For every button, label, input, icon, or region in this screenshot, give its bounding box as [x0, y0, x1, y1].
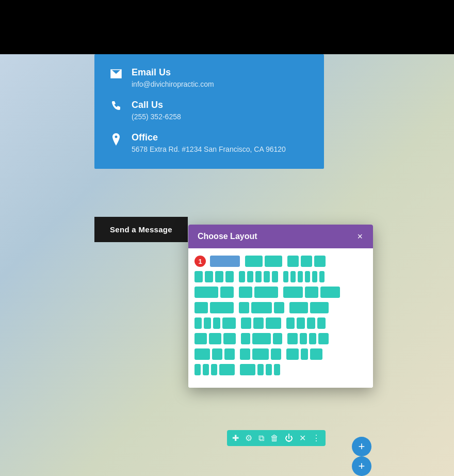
layout-group-r7-2[interactable] — [240, 348, 281, 360]
toolbar-add-icon[interactable]: ✚ — [232, 433, 239, 443]
layout-4col-d[interactable] — [225, 271, 234, 282]
toolbar-delete-icon[interactable]: 🗑 — [270, 434, 279, 443]
toolbar-more-icon[interactable]: ⋮ — [312, 433, 320, 443]
layout-group-unequal-3[interactable] — [283, 287, 340, 298]
layout-r4-1b[interactable] — [210, 302, 234, 313]
layout-group-1col[interactable]: 1 — [194, 256, 240, 267]
layout-4col-c[interactable] — [215, 271, 223, 282]
layout-r6-3b[interactable] — [300, 333, 307, 344]
layout-r7-1b[interactable] — [212, 348, 222, 360]
layout-r4-3a[interactable] — [289, 302, 308, 313]
layout-r5-2b[interactable] — [253, 318, 264, 329]
layout-r8-1a[interactable] — [194, 364, 201, 375]
layout-group-6col[interactable] — [283, 271, 325, 282]
layout-r5-2c[interactable] — [266, 318, 281, 329]
layout-6col-d[interactable] — [305, 271, 310, 282]
layout-6col-f[interactable] — [319, 271, 325, 282]
layout-5col-d[interactable] — [264, 271, 270, 282]
layout-r6-1a[interactable] — [194, 333, 207, 344]
layout-r4-2c[interactable] — [274, 302, 284, 313]
layout-group-r7-1[interactable] — [194, 348, 235, 360]
layout-r5-3d[interactable] — [317, 318, 326, 329]
toolbar-disable-icon[interactable]: ⏻ — [285, 434, 293, 443]
layout-6col-c[interactable] — [298, 271, 303, 282]
layout-r5-1d[interactable] — [222, 318, 236, 329]
layout-r6-3d[interactable] — [318, 333, 329, 344]
layout-group-r5-1[interactable] — [194, 318, 236, 329]
layout-4col-b[interactable] — [205, 271, 213, 282]
layout-r7-2c[interactable] — [271, 348, 281, 360]
layout-r8-1b[interactable] — [203, 364, 209, 375]
layout-group-3col[interactable] — [287, 256, 326, 267]
layout-r8-2d[interactable] — [274, 364, 280, 375]
layout-group-4col[interactable] — [194, 271, 234, 282]
layout-r5-3c[interactable] — [307, 318, 315, 329]
toolbar-duplicate-icon[interactable]: ⧉ — [258, 434, 264, 443]
layout-r7-1a[interactable] — [194, 348, 210, 360]
layout-group-r5-2[interactable] — [241, 318, 281, 329]
layout-2col-a[interactable] — [245, 256, 263, 267]
layout-group-1-2[interactable] — [194, 287, 234, 298]
layout-group-r5-3[interactable] — [286, 318, 326, 329]
layout-group-r4-1[interactable] — [194, 302, 234, 313]
layout-2-1-narrow[interactable] — [239, 287, 252, 298]
layout-3col-a[interactable] — [287, 256, 299, 267]
layout-group-r4-2[interactable] — [239, 302, 284, 313]
layout-r7-3a[interactable] — [286, 348, 299, 360]
layout-r5-1a[interactable] — [194, 318, 202, 329]
layout-r7-2a[interactable] — [240, 348, 250, 360]
layout-6col-a[interactable] — [283, 271, 288, 282]
add-section-button[interactable]: + — [352, 437, 371, 456]
layout-u3-b[interactable] — [305, 287, 318, 298]
layout-r6-2c[interactable] — [273, 333, 282, 344]
layout-group-r8-1[interactable] — [194, 364, 235, 375]
dialog-close-button[interactable]: × — [356, 232, 364, 241]
layout-r8-2b[interactable] — [257, 364, 264, 375]
layout-5col-e[interactable] — [272, 271, 278, 282]
layout-u3-a[interactable] — [283, 287, 303, 298]
layout-3col-c[interactable] — [314, 256, 326, 267]
layout-r5-3b[interactable] — [297, 318, 305, 329]
layout-6col-e[interactable] — [312, 271, 317, 282]
toolbar-remove-icon[interactable]: ✕ — [299, 433, 306, 443]
layout-r7-3b[interactable] — [301, 348, 308, 360]
layout-r6-2a[interactable] — [241, 333, 250, 344]
toolbar-settings-icon[interactable]: ⚙ — [245, 433, 252, 443]
layout-group-r6-2[interactable] — [241, 333, 282, 344]
layout-r7-1c[interactable] — [224, 348, 235, 360]
layout-r8-1c[interactable] — [211, 364, 217, 375]
layout-5col-b[interactable] — [247, 271, 253, 282]
layout-r4-2b[interactable] — [251, 302, 272, 313]
layout-group-r4-3[interactable] — [289, 302, 329, 313]
layout-r6-3a[interactable] — [287, 333, 298, 344]
layout-3col-b[interactable] — [301, 256, 312, 267]
layout-r7-3c[interactable] — [310, 348, 322, 360]
layout-r5-1c[interactable] — [213, 318, 220, 329]
layout-1col[interactable] — [210, 256, 240, 267]
layout-r5-3a[interactable] — [286, 318, 295, 329]
layout-5col-c[interactable] — [255, 271, 262, 282]
layout-group-2col[interactable] — [245, 256, 282, 267]
layout-4col-a[interactable] — [194, 271, 203, 282]
layout-6col-b[interactable] — [290, 271, 296, 282]
layout-u3-c[interactable] — [320, 287, 340, 298]
layout-r6-2b[interactable] — [252, 333, 271, 344]
layout-group-2-1[interactable] — [239, 287, 278, 298]
layout-r8-2c[interactable] — [266, 364, 272, 375]
layout-r6-3c[interactable] — [309, 333, 316, 344]
layout-1-2-narrow[interactable] — [220, 287, 234, 298]
layout-r5-1b[interactable] — [204, 318, 211, 329]
layout-r4-2a[interactable] — [239, 302, 249, 313]
layout-group-r8-2[interactable] — [240, 364, 280, 375]
send-message-button[interactable]: Send a Message — [94, 217, 188, 242]
add-section-button-2[interactable]: + — [352, 456, 371, 476]
layout-group-5col[interactable] — [239, 271, 278, 282]
layout-group-r6-1[interactable] — [194, 333, 236, 344]
layout-2-1-wide[interactable] — [254, 287, 278, 298]
layout-r6-1b[interactable] — [209, 333, 221, 344]
layout-group-r7-3[interactable] — [286, 348, 322, 360]
layout-group-r6-3[interactable] — [287, 333, 329, 344]
layout-r4-1a[interactable] — [194, 302, 208, 313]
layout-r7-2b[interactable] — [252, 348, 269, 360]
layout-2col-b[interactable] — [265, 256, 282, 267]
